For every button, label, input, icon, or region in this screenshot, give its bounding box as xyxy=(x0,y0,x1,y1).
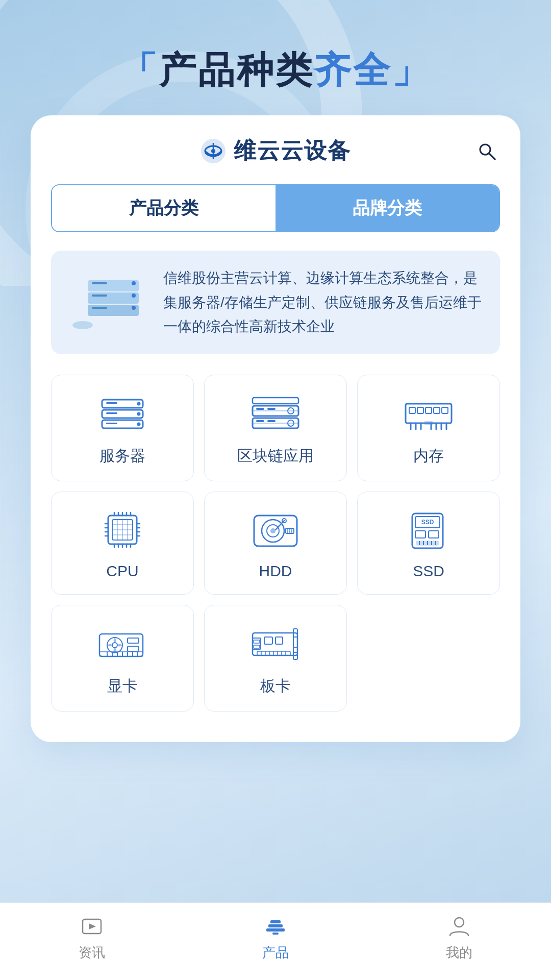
svg-point-98 xyxy=(112,643,117,648)
svg-rect-36 xyxy=(409,407,415,413)
bottom-navigation: 资讯 产品 我的 xyxy=(0,902,551,980)
bracket-right: 」 xyxy=(392,50,431,90)
svg-rect-99 xyxy=(128,638,139,643)
memory-label: 内存 xyxy=(413,446,444,467)
product-grid: 服务器 区块链应用 xyxy=(51,375,500,712)
brand-logo: 维云云设备 xyxy=(200,136,351,166)
svg-rect-29 xyxy=(256,408,264,410)
svg-rect-117 xyxy=(264,637,272,644)
svg-rect-22 xyxy=(106,412,117,414)
svg-rect-116 xyxy=(254,645,260,648)
hero-title-accent: 齐全 xyxy=(314,50,392,90)
hero-title-prefix: 产品种类 xyxy=(159,50,314,90)
svg-rect-23 xyxy=(106,423,117,424)
svg-rect-132 xyxy=(272,933,279,935)
svg-rect-115 xyxy=(254,640,260,643)
hero-section: 「产品种类齐全」 xyxy=(0,0,551,115)
svg-point-13 xyxy=(132,306,136,310)
hdd-label: HDD xyxy=(259,562,292,580)
brand-icon xyxy=(200,138,227,164)
svg-rect-7 xyxy=(88,280,139,291)
svg-rect-5 xyxy=(88,305,139,316)
svg-rect-38 xyxy=(425,407,432,413)
bracket-left: 「 xyxy=(120,50,159,90)
svg-rect-100 xyxy=(128,646,139,651)
svg-point-12 xyxy=(132,293,136,298)
memory-icon xyxy=(403,394,454,434)
blockchain-label: 区块链应用 xyxy=(237,446,314,467)
svg-rect-109 xyxy=(253,633,297,655)
card-header: 维云云设备 xyxy=(51,136,500,166)
gpu-icon xyxy=(97,624,148,665)
product-gpu[interactable]: 显卡 xyxy=(51,605,194,712)
svg-point-133 xyxy=(455,918,464,927)
product-memory[interactable]: 内存 xyxy=(357,375,500,481)
search-icon xyxy=(477,141,497,161)
svg-rect-31 xyxy=(256,420,264,422)
svg-point-18 xyxy=(137,402,141,405)
svg-rect-129 xyxy=(268,924,283,927)
brand-name: 维云云设备 xyxy=(234,136,351,166)
svg-rect-32 xyxy=(267,420,276,422)
product-nav-icon xyxy=(262,913,289,940)
user-icon xyxy=(446,913,472,940)
svg-rect-37 xyxy=(417,407,423,413)
svg-rect-89 xyxy=(429,531,439,538)
product-server[interactable]: 服务器 xyxy=(51,375,194,481)
svg-rect-30 xyxy=(267,408,276,410)
news-label: 资讯 xyxy=(79,944,105,962)
product-ssd[interactable]: SSD SSD xyxy=(357,492,500,595)
product-board[interactable]: 板卡 xyxy=(204,605,347,712)
svg-rect-39 xyxy=(434,407,440,413)
news-icon xyxy=(79,913,105,940)
board-label: 板卡 xyxy=(260,676,291,697)
product-cpu[interactable]: CPU xyxy=(51,492,194,595)
svg-rect-130 xyxy=(266,928,285,932)
svg-rect-88 xyxy=(415,531,425,538)
product-hdd[interactable]: HDD xyxy=(204,492,347,595)
gpu-label: 显卡 xyxy=(107,676,138,697)
company-banner: 信维股份主营云计算、边缘计算生态系统整合，是集服务器/存储生产定制、供应链服务及… xyxy=(51,251,500,354)
tab-product-category[interactable]: 产品分类 xyxy=(52,185,276,231)
hero-title: 「产品种类齐全」 xyxy=(0,46,551,95)
svg-point-14 xyxy=(72,321,93,329)
product-nav-label: 产品 xyxy=(262,944,289,962)
server-label: 服务器 xyxy=(99,446,145,467)
nav-mine[interactable]: 我的 xyxy=(413,913,505,962)
nav-product[interactable]: 产品 xyxy=(230,913,321,962)
svg-rect-131 xyxy=(270,920,281,923)
svg-point-19 xyxy=(137,412,141,415)
svg-marker-128 xyxy=(89,923,96,929)
svg-point-11 xyxy=(132,281,136,285)
svg-rect-101 xyxy=(99,652,143,656)
tab-bar: 产品分类 品牌分类 xyxy=(51,184,500,232)
cpu-icon xyxy=(97,510,148,551)
nav-news[interactable]: 资讯 xyxy=(46,913,138,962)
svg-rect-10 xyxy=(92,307,107,309)
svg-text:SSD: SSD xyxy=(421,519,434,526)
svg-point-20 xyxy=(137,422,141,426)
banner-illustration xyxy=(67,269,149,335)
svg-rect-118 xyxy=(276,637,283,644)
ssd-label: SSD xyxy=(413,562,444,580)
server-icon xyxy=(97,394,148,434)
svg-rect-9 xyxy=(92,295,107,297)
product-blockchain[interactable]: 区块链应用 xyxy=(204,375,347,481)
hdd-icon xyxy=(250,510,301,551)
svg-line-4 xyxy=(489,153,495,159)
main-card: 维云云设备 产品分类 品牌分类 xyxy=(31,115,520,742)
svg-rect-6 xyxy=(88,292,139,304)
mine-label: 我的 xyxy=(446,944,472,962)
search-button[interactable] xyxy=(473,138,500,164)
blockchain-icon xyxy=(250,394,301,434)
cpu-label: CPU xyxy=(106,562,138,580)
board-icon xyxy=(250,624,301,665)
svg-point-78 xyxy=(270,528,276,533)
svg-rect-26 xyxy=(253,398,298,404)
svg-rect-8 xyxy=(92,282,107,284)
tab-brand-category[interactable]: 品牌分类 xyxy=(276,185,499,231)
ssd-icon: SSD xyxy=(403,510,454,551)
svg-rect-40 xyxy=(442,407,448,413)
banner-description: 信维股份主营云计算、边缘计算生态系统整合，是集服务器/存储生产定制、供应链服务及… xyxy=(163,266,484,339)
svg-rect-21 xyxy=(106,402,117,404)
